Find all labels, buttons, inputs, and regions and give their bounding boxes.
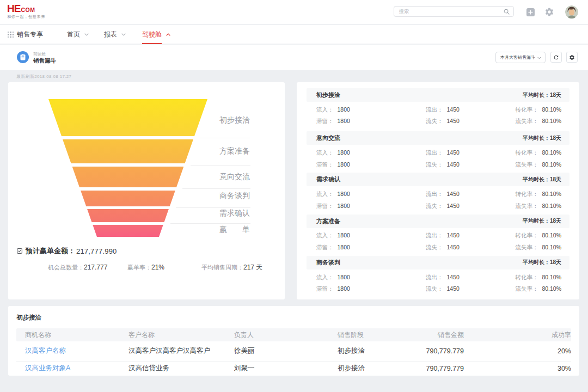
stage-section-header: 方案准备平均时长：18天: [307, 215, 569, 228]
stat-label: 滞留：: [316, 203, 334, 209]
stat-label: 滞留：: [316, 118, 334, 124]
dashboard-settings-button[interactable]: [566, 52, 578, 63]
table-cell: 初步接洽: [338, 346, 414, 356]
stat-label: 流失率：: [515, 203, 538, 209]
add-button[interactable]: [526, 8, 535, 16]
dashboard-icon: [17, 51, 29, 63]
stat-value: 1450: [447, 203, 460, 209]
funnel-segment: [81, 191, 175, 206]
table-column-header: 负责人: [234, 330, 338, 340]
nav-item-cockpit[interactable]: 驾驶舱: [142, 25, 170, 44]
expected-amount-value: 217,777.990: [76, 247, 117, 255]
funnel-segment: [93, 225, 163, 237]
stat-value: 1450: [447, 232, 460, 238]
stat-value: 80.10%: [542, 203, 561, 209]
avg-duration-label: 平均时长：: [523, 135, 550, 141]
stage-stat-row: 滞留：1800流失：1450流失率：80.10%: [307, 158, 569, 170]
page-header: 驾驶舱 销售漏斗 本月大客销售漏斗: [0, 45, 588, 70]
avg-duration-label: 平均时长：: [523, 176, 550, 182]
table-cell: 徐美丽: [234, 346, 338, 356]
stat-label: 转化率：: [515, 106, 538, 113]
funnel-filter-select[interactable]: 本月大客销售漏斗: [495, 52, 546, 63]
stage-stat-row: 滞留：1800流失：1450流失率：80.10%: [307, 115, 569, 127]
user-avatar[interactable]: [565, 5, 578, 19]
stat-label: 流失：: [426, 118, 443, 124]
stat-loss-rate: 流失率：80.10%: [510, 159, 561, 169]
table-cell: 790,779.779: [414, 365, 464, 372]
chevron-down-icon: [121, 33, 126, 36]
stat-value: 80.10%: [542, 161, 561, 168]
breadcrumb: 驾驶舱: [33, 52, 46, 57]
stat-value: 1800: [338, 232, 350, 238]
stat-value: 1450: [447, 118, 460, 124]
chevron-down-icon: [537, 57, 541, 59]
logo-text: HE: [7, 4, 20, 13]
stat-conversion-rate: 转化率：80.10%: [510, 272, 561, 281]
avg-duration-value: 18天: [550, 259, 561, 265]
stat-inflow: 流入：1800: [316, 230, 426, 240]
stage-stat-row: 流入：1800流出：1450转化率：80.10%: [307, 229, 569, 241]
refresh-button[interactable]: [550, 52, 562, 63]
nav-item-report[interactable]: 报表: [104, 25, 126, 44]
stage-avg-duration: 平均时长：18天: [523, 217, 561, 225]
stage-section: 需求确认平均时长：18天流入：1800流出：1450转化率：80.10%滞留：1…: [307, 173, 569, 211]
nav-item-home[interactable]: 首页: [67, 25, 89, 44]
table-cell: 刘聚一: [234, 364, 338, 373]
expected-amount-label: 预计赢单金额：: [26, 246, 75, 256]
stat-label: 滞留：: [316, 161, 334, 168]
funnel-separator-line: [170, 223, 250, 224]
stat-loss-rate: 流失率：80.10%: [510, 242, 561, 252]
stage-stat-row: 流入：1800流出：1450转化率：80.10%: [307, 271, 569, 283]
clipboard-icon: [20, 54, 26, 60]
stat-label: 流出：: [426, 232, 443, 238]
stage-avg-duration: 平均时长：18天: [523, 259, 561, 266]
table-row[interactable]: 汉高客户名称汉高客户汉高客户汉高客户徐美丽初步接洽790,779.77920%: [16, 341, 571, 362]
stat-label: 流失：: [426, 161, 443, 168]
stat-value: 1450: [447, 274, 460, 280]
stat-value: 80.10%: [542, 244, 561, 250]
stage-section-header: 需求确认平均时长：18天: [307, 173, 569, 186]
table-title: 初步接洽: [16, 314, 571, 322]
avg-duration-value: 18天: [550, 218, 561, 224]
stat-outflow: 流出：1450: [426, 230, 510, 240]
table-column-header: 成功率: [464, 330, 571, 340]
table-cell: 790,779.779: [414, 347, 464, 355]
table-column-header: 销售阶段: [338, 330, 414, 340]
funnel-stage-label: 初步接洽: [219, 115, 250, 125]
stat-value: 1450: [447, 106, 460, 113]
opportunity-link[interactable]: 汉高业务对象A: [16, 364, 128, 373]
opportunity-link[interactable]: 汉高客户名称: [16, 346, 128, 356]
stat-inflow: 流入：1800: [316, 272, 426, 281]
stage-section: 意向交流平均时长：18天流入：1800流出：1450转化率：80.10%滞留：1…: [307, 131, 569, 169]
funnel-stage-label: 赢单: [219, 225, 250, 235]
stage-avg-duration: 平均时长：18天: [523, 176, 561, 183]
stage-avg-duration: 平均时长：18天: [523, 134, 561, 142]
stat-value: 80.10%: [542, 274, 561, 280]
stat-value: 80.10%: [542, 191, 561, 197]
avg-duration-value: 18天: [550, 92, 561, 98]
apps-grid-icon[interactable]: [8, 32, 14, 38]
stat-loss-rate: 流失率：80.10%: [510, 115, 561, 125]
stat-value: 1800: [338, 191, 350, 197]
stat-loss: 流失：1450: [426, 283, 510, 293]
stat-outflow: 流出：1450: [426, 188, 510, 198]
expected-amount-row: 预计赢单金额： 217,777.990: [17, 246, 117, 256]
stat-label: 流入：: [316, 232, 334, 238]
stat-value: 1450: [447, 191, 460, 197]
table-row[interactable]: 汉高业务对象A汉高信贷业务刘聚一初步接洽790,779.77930%: [16, 362, 571, 376]
stat-value: 1450: [447, 161, 460, 168]
settings-gear-icon[interactable]: [544, 7, 554, 17]
search-icon[interactable]: [504, 9, 510, 15]
stat-outflow: 流出：1450: [426, 272, 510, 281]
stat-loss-rate: 流失率：80.10%: [510, 283, 561, 293]
stat-label: 流入：: [316, 149, 334, 156]
search-input[interactable]: [399, 7, 497, 16]
stage-name: 商务谈判: [316, 259, 340, 267]
stat-value: 1800: [338, 106, 350, 113]
stage-stat-row: 滞留：1800流失：1450流失率：80.10%: [307, 282, 569, 294]
app-root: HE COM 和你一起，创想未来 销售专享 首页: [0, 0, 588, 392]
hecom-logo[interactable]: HE COM 和你一起，创想未来: [7, 4, 45, 20]
funnel-separator-line: [182, 188, 250, 189]
stat-inflow: 流入：1800: [316, 147, 426, 157]
refresh-icon: [553, 54, 559, 60]
